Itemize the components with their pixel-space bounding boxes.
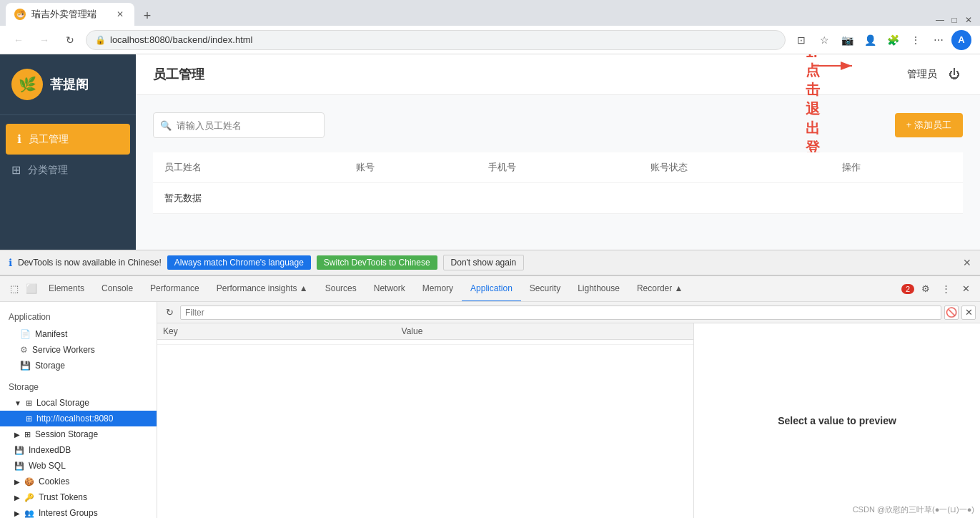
- category-icon: ⊞: [11, 163, 21, 177]
- tab-lighthouse[interactable]: Lighthouse: [569, 276, 628, 302]
- dt-websql[interactable]: 💾 Web SQL: [0, 458, 157, 474]
- expand-icon: ▼: [14, 399, 21, 407]
- reload-button[interactable]: ↻: [60, 30, 80, 50]
- tab-sources[interactable]: Sources: [317, 276, 365, 302]
- tab-application[interactable]: Application: [462, 276, 521, 302]
- grid-icon-child: ⊞: [26, 414, 32, 424]
- sidebar-nav: ℹ 员工管理 ⊞ 分类管理: [0, 115, 136, 194]
- profile-screenshot-icon[interactable]: 📷: [837, 30, 857, 50]
- error-badge: 2: [901, 284, 914, 294]
- dt-local-storage[interactable]: ▼ ⊞ Local Storage: [0, 395, 157, 411]
- new-tab-button[interactable]: +: [137, 6, 157, 26]
- refresh-button[interactable]: ↻: [162, 305, 177, 321]
- profile-avatar[interactable]: A: [951, 30, 971, 50]
- storage-icon: 💾: [20, 361, 31, 371]
- notification-text: DevTools is now available in Chinese!: [18, 258, 162, 268]
- dt-indexeddb[interactable]: 💾 IndexedDB: [0, 442, 157, 458]
- admin-label: 管理员: [907, 68, 937, 81]
- maximize-button[interactable]: □: [949, 14, 960, 26]
- sidebar-item-category[interactable]: ⊞ 分类管理: [0, 155, 136, 185]
- arrow-svg: [806, 59, 863, 87]
- storage-section-label: Storage: [0, 379, 157, 395]
- active-tab[interactable]: 🍜 瑞吉外卖管理端 ✕: [6, 3, 134, 26]
- col-key: Key: [157, 323, 396, 340]
- tab-recorder[interactable]: Recorder ▲: [628, 276, 692, 302]
- sidebar-item-employee[interactable]: ℹ 员工管理: [6, 124, 130, 155]
- minimize-button[interactable]: —: [934, 14, 946, 26]
- tab-close-button[interactable]: ✕: [114, 9, 126, 20]
- devtools-more-button[interactable]: ⋮: [937, 280, 954, 298]
- devtools-main-area: 2. 里面的信息都被清空了 ↻ 🚫 ✕: [157, 302, 980, 518]
- service-workers-label: Service Workers: [32, 345, 95, 355]
- empty-val: [396, 340, 693, 345]
- devtools-inspect-button[interactable]: ⬚: [6, 280, 23, 298]
- back-button[interactable]: ←: [9, 30, 29, 50]
- sidebar-employee-label: 员工管理: [29, 133, 69, 146]
- dt-service-workers[interactable]: ⚙ Service Workers: [0, 342, 157, 358]
- localhost-label: http://localhost:8080: [36, 414, 113, 424]
- always-match-button[interactable]: Always match Chrome's language: [167, 255, 311, 270]
- expand-icon-session: ▶: [14, 431, 20, 439]
- websql-icon: 💾: [14, 461, 24, 471]
- devtools-settings-button[interactable]: ⚙: [917, 280, 934, 298]
- storage-table: Key Value: [157, 323, 693, 345]
- content-area: 🔍 + 添加员工 员工姓名 账号 手机号 账号状态 操作: [136, 95, 980, 250]
- col-action: 操作: [831, 152, 963, 183]
- tab-network[interactable]: Network: [365, 276, 414, 302]
- forward-button[interactable]: →: [34, 30, 54, 50]
- manifest-label: Manifest: [35, 329, 67, 339]
- cast-icon[interactable]: ⊡: [791, 30, 811, 50]
- filter-x-button[interactable]: ✕: [961, 306, 976, 320]
- tab-console[interactable]: Console: [93, 276, 142, 302]
- search-input[interactable]: [153, 112, 325, 138]
- local-storage-label: Local Storage: [36, 398, 89, 408]
- tab-memory[interactable]: Memory: [414, 276, 462, 302]
- search-row: 🔍 + 添加员工: [153, 112, 963, 138]
- settings-icon[interactable]: ⋮: [906, 30, 926, 50]
- employee-icon: ℹ: [17, 132, 21, 146]
- col-account: 账号: [345, 152, 477, 183]
- grid-icon-session: ⊞: [24, 430, 31, 439]
- employee-table: 员工姓名 账号 手机号 账号状态 操作 暂无数据: [153, 152, 963, 214]
- indexeddb-icon: 💾: [14, 446, 24, 455]
- dt-session-storage[interactable]: ▶ ⊞ Session Storage: [0, 426, 157, 442]
- notification-close-button[interactable]: ✕: [963, 257, 971, 268]
- tab-title: 瑞吉外卖管理端: [31, 8, 96, 21]
- dt-localhost-8080[interactable]: ⊞ http://localhost:8080: [0, 411, 157, 426]
- tab-elements[interactable]: Elements: [40, 276, 93, 302]
- header-right: 1. 点击退出登录 管理员 ⏻: [907, 66, 963, 83]
- col-value: Value: [396, 323, 693, 340]
- dt-interest-groups[interactable]: ▶ 👥 Interest Groups: [0, 505, 157, 518]
- bookmark-icon[interactable]: ☆: [814, 30, 834, 50]
- page-title: 员工管理: [153, 66, 204, 83]
- logout-button[interactable]: ⏻: [946, 66, 963, 83]
- devtools-close-button[interactable]: ✕: [957, 280, 974, 298]
- overflow-icon[interactable]: ⋯: [929, 30, 949, 50]
- extension-icon[interactable]: 🧩: [883, 30, 903, 50]
- switch-to-chinese-button[interactable]: Switch DevTools to Chinese: [317, 255, 437, 270]
- tab-perf-insights[interactable]: Performance insights ▲: [208, 276, 317, 302]
- websql-label: Web SQL: [29, 461, 66, 471]
- dt-trust-tokens[interactable]: ▶ 🔑 Trust Tokens: [0, 489, 157, 505]
- dt-storage-item[interactable]: 💾 Storage: [0, 358, 157, 373]
- close-window-button[interactable]: ✕: [963, 14, 974, 26]
- preview-text: Select a value to preview: [778, 415, 896, 426]
- user-icon[interactable]: 👤: [860, 30, 880, 50]
- tab-favicon: 🍜: [14, 9, 26, 20]
- dt-cookies[interactable]: ▶ 🍪 Cookies: [0, 474, 157, 489]
- application-section-label: Application: [0, 308, 157, 326]
- tab-performance[interactable]: Performance: [142, 276, 208, 302]
- storage-label: Storage: [35, 361, 65, 371]
- dt-manifest[interactable]: 📄 Manifest: [0, 326, 157, 342]
- filter-input[interactable]: [180, 306, 941, 320]
- tab-security[interactable]: Security: [521, 276, 569, 302]
- dont-show-button[interactable]: Don't show again: [443, 255, 525, 270]
- expand-icon-trust: ▶: [14, 494, 20, 502]
- add-employee-button[interactable]: + 添加员工: [895, 113, 963, 137]
- filter-clear-button[interactable]: 🚫: [944, 306, 959, 320]
- grid-icon: ⊞: [26, 399, 32, 408]
- address-bar: ← → ↻ 🔒 localhost:8080/backend/index.htm…: [0, 26, 980, 54]
- url-bar[interactable]: 🔒 localhost:8080/backend/index.html: [86, 30, 786, 50]
- devtools-responsive-button[interactable]: ⬜: [23, 280, 40, 298]
- empty-text: 暂无数据: [153, 183, 963, 214]
